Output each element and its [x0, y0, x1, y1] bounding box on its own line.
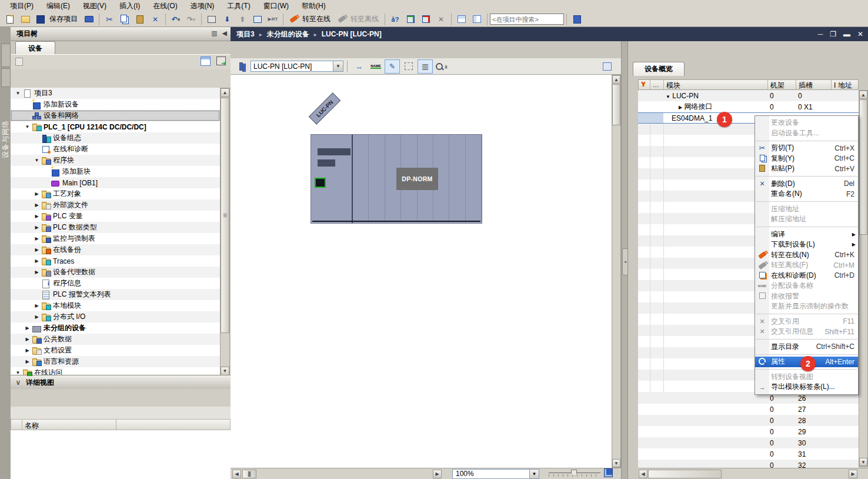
- chevron-down-icon[interactable]: ∨: [11, 378, 26, 387]
- zoom-icon[interactable]: ±: [434, 59, 449, 74]
- device-selector[interactable]: LUC-PN [LUC-PN] ▼: [251, 61, 343, 72]
- download-to-device-icon[interactable]: ⬇: [220, 12, 234, 26]
- print-icon[interactable]: [82, 12, 96, 26]
- add-item-icon[interactable]: [15, 58, 23, 68]
- expand-all-icon[interactable]: ➜: [216, 56, 226, 67]
- device-graphic[interactable]: DP-NORM: [311, 134, 482, 224]
- tree-item-external-sources[interactable]: ▶外部源文件: [11, 199, 220, 211]
- tree-item-plc-alarm-text-lists[interactable]: PLC 报警文本列表: [11, 289, 220, 300]
- detail-view-col-name[interactable]: 名称: [22, 419, 116, 430]
- collapse-panel-icon[interactable]: ◀: [222, 29, 227, 37]
- menu-item-cross-reference[interactable]: ✕交叉引用F11: [755, 317, 858, 327]
- tree-item-online-backups[interactable]: ▶在线备份: [11, 244, 220, 255]
- breadcrumb-project[interactable]: 项目3: [236, 29, 255, 39]
- module-column-header[interactable]: 模块: [664, 80, 768, 89]
- undo-icon[interactable]: ↶±: [169, 12, 183, 26]
- menu-item-compile[interactable]: 编译▶: [755, 229, 858, 240]
- breadcrumb-ungrouped-devices[interactable]: 未分组的设备: [267, 29, 309, 39]
- detail-view-header[interactable]: ∨ 详细视图: [11, 375, 231, 390]
- scrollbar-thumb[interactable]: [612, 84, 620, 125]
- breadcrumb-device[interactable]: LUC-PN [LUC-PN]: [322, 30, 382, 38]
- tab-devices[interactable]: 设备: [15, 41, 55, 55]
- save-project-label[interactable]: 保存项目: [49, 14, 78, 24]
- table-hscrollbar[interactable]: ◀ ▶: [638, 468, 868, 479]
- tree-item-online-diagnostics[interactable]: 在线和诊断: [11, 144, 220, 155]
- menu-item-download-to-device[interactable]: 下载到设备(L)▶: [755, 239, 858, 250]
- project-library-icon[interactable]: [570, 12, 584, 26]
- start-cpu-icon[interactable]: [403, 12, 418, 26]
- menu-insert[interactable]: 插入(I): [113, 0, 146, 12]
- tree-item-traces[interactable]: ▶Traces: [11, 255, 220, 267]
- menu-item-paste[interactable]: 粘贴(P)Ctrl+V: [755, 164, 858, 174]
- stop-cpu-icon[interactable]: [419, 12, 433, 26]
- splitter-grip[interactable]: ◂: [622, 248, 628, 275]
- tree-item-add-new-block[interactable]: 添加新块: [11, 166, 220, 177]
- menu-item-delete[interactable]: ✕删除(D)Del: [755, 179, 858, 189]
- diagnostics-icon[interactable]: å?: [388, 12, 402, 26]
- dots-column[interactable]: ...: [650, 80, 664, 89]
- new-project-icon[interactable]: ✶: [3, 12, 17, 26]
- tree-item-technology-objects[interactable]: ▶工艺对象: [11, 188, 220, 199]
- zoom-level-select[interactable]: 100% ▼: [452, 469, 539, 479]
- scroll-up-icon[interactable]: ▲: [859, 91, 867, 99]
- scroll-up-icon[interactable]: ▲: [612, 75, 620, 84]
- tree-item-distributed-io[interactable]: ▶分布式 I/O: [11, 311, 220, 322]
- dp-norm-module[interactable]: DP-NORM: [396, 168, 438, 190]
- table-row[interactable]: 029: [638, 426, 859, 437]
- table-row[interactable]: 030: [638, 437, 859, 448]
- table-view-icon[interactable]: [201, 56, 211, 68]
- tree-item-program-blocks[interactable]: ▼程序块: [11, 155, 220, 166]
- snap-grid-icon[interactable]: [401, 59, 416, 74]
- minimize-button[interactable]: ─: [818, 30, 823, 38]
- menu-item-show-catalog[interactable]: 显示目录Ctrl+Shift+C: [755, 342, 858, 352]
- go-online-plug-icon[interactable]: [286, 12, 301, 26]
- address-column-header[interactable]: I 地址: [832, 80, 858, 89]
- station-icon[interactable]: [235, 59, 250, 74]
- scrollbar-thumb[interactable]: ≡: [221, 98, 229, 333]
- assign-name-icon[interactable]: NAME: [368, 59, 383, 74]
- tree-item-project[interactable]: ▼项目3: [11, 88, 220, 99]
- device-rotated-label[interactable]: LUC-PN: [309, 92, 340, 124]
- menu-item-cross-reference-info[interactable]: ✕交叉引用信息Shift+F11: [755, 327, 858, 337]
- tree-item-documentation-settings[interactable]: ▶文档设置: [11, 345, 220, 356]
- table-row-interface[interactable]: ▶ 网络接口 0 0 X1: [638, 101, 859, 112]
- slot-column-header[interactable]: 插槽: [796, 80, 832, 89]
- menu-item-uncompress-addresses[interactable]: 解压缩地址: [755, 214, 858, 225]
- fit-to-window-icon[interactable]: [604, 468, 613, 479]
- zoom-slider[interactable]: [549, 470, 600, 478]
- menu-item-go-to-device-view[interactable]: 转到设备视图: [755, 372, 858, 382]
- go-online-label[interactable]: 转至在线: [302, 14, 330, 24]
- rack-column-header[interactable]: 机架: [768, 80, 796, 89]
- start-simulation-icon[interactable]: [251, 12, 265, 26]
- menu-item-cut[interactable]: ✂剪切(T)Ctrl+X: [755, 143, 858, 154]
- table-row-device[interactable]: ▼ LUC-PN 0 0: [638, 90, 859, 101]
- table-row[interactable]: 027: [638, 404, 859, 415]
- table-row[interactable]: 031: [638, 448, 859, 460]
- go-offline-label[interactable]: 转至离线: [350, 14, 379, 24]
- restore-button[interactable]: ❐: [830, 30, 836, 38]
- tree-item-plc-data-types[interactable]: ▶PLC 数据类型: [11, 222, 220, 233]
- canvas-vscrollbar[interactable]: ▲ ▼: [612, 75, 621, 468]
- paste-icon[interactable]: [133, 12, 147, 26]
- tree-item-plc-tags[interactable]: ▶PLC 变量: [11, 211, 220, 222]
- columns-icon[interactable]: ▥: [211, 29, 217, 37]
- tree-item-device-proxy-data[interactable]: ▶设备代理数据: [11, 267, 220, 278]
- scroll-down-icon[interactable]: ▼: [612, 459, 620, 467]
- menu-item-online-diagnostics[interactable]: 在线和诊断(D)Ctrl+D: [755, 271, 858, 281]
- scrollbar-thumb[interactable]: [648, 470, 722, 478]
- upload-from-device-icon[interactable]: ⬆: [235, 12, 249, 26]
- menu-project[interactable]: 项目(P): [4, 0, 40, 12]
- menu-window[interactable]: 窗口(W): [257, 0, 295, 12]
- menu-item-copy[interactable]: 复制(Y)Ctrl+C: [755, 154, 858, 164]
- menu-edit[interactable]: 编辑(E): [40, 0, 76, 12]
- tree-item-plc1[interactable]: ▼PLC_1 [CPU 1214C DC/DC/DC]: [11, 121, 220, 132]
- scroll-right-icon[interactable]: ▶: [433, 470, 442, 478]
- scroll-up-icon[interactable]: ▲: [221, 88, 229, 97]
- hscroll-grip[interactable]: ▮: [242, 470, 256, 478]
- scroll-down-icon[interactable]: ▼: [859, 458, 867, 466]
- menu-item-export-module-labels[interactable]: →导出模块标签条(L)...: [755, 382, 858, 392]
- show-columns-icon[interactable]: ▥: [418, 59, 433, 74]
- menu-item-update-forced-operands[interactable]: 更新并显示强制的操作数: [755, 301, 858, 312]
- scroll-down-icon[interactable]: ▼: [221, 367, 229, 375]
- task-strip-tab[interactable]: [1, 68, 11, 87]
